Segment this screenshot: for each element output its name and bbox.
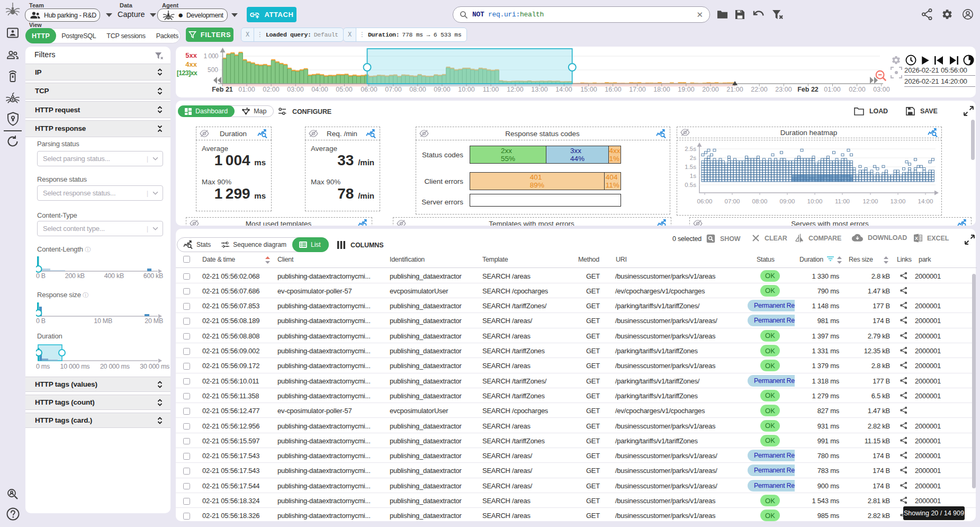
svg-text:07:00: 07:00 <box>725 198 740 204</box>
svg-text:08:00: 08:00 <box>752 198 768 204</box>
svg-text:0.5s: 0.5s <box>685 182 696 188</box>
svg-text:09:00: 09:00 <box>780 198 795 204</box>
svg-text:13:00: 13:00 <box>891 198 906 204</box>
svg-text:12:00: 12:00 <box>863 198 878 204</box>
svg-text:06:00: 06:00 <box>697 198 713 204</box>
svg-text:2.5s: 2.5s <box>685 146 696 152</box>
svg-text:2s: 2s <box>690 155 696 161</box>
svg-text:1.5s: 1.5s <box>685 164 696 170</box>
svg-text:11:00: 11:00 <box>835 198 850 204</box>
svg-text:1s: 1s <box>690 173 696 179</box>
svg-text:10:00: 10:00 <box>807 198 823 204</box>
svg-text:14:00: 14:00 <box>918 198 933 204</box>
